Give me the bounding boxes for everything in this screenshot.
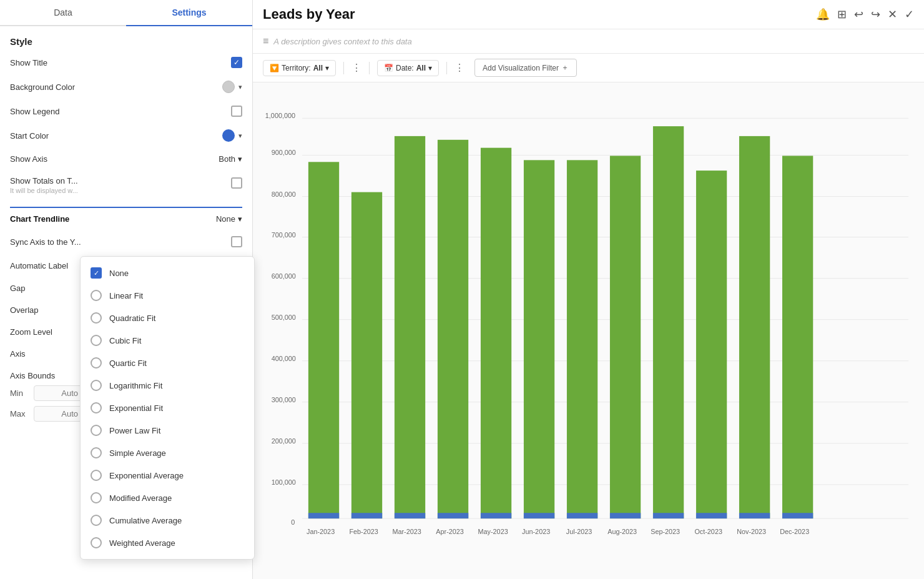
sync-axis-row: Sync Axis to the Y... [10, 236, 242, 247]
min-input[interactable] [34, 385, 84, 401]
trendline-option-logarithmic[interactable]: Logarithmic Fit [81, 374, 254, 397]
x-label-oct: Oct-2023 [694, 528, 722, 535]
bar-oct-blue [696, 513, 727, 518]
trendline-quadratic-label: Quadratic Fit [109, 314, 155, 323]
undo-icon[interactable]: ↩ [854, 7, 863, 21]
trendline-option-none[interactable]: None [81, 262, 254, 284]
trendline-option-weighted-avg[interactable]: Weighted Average [81, 532, 254, 554]
trendline-option-exp-avg[interactable]: Exponential Average [81, 464, 254, 487]
bar-aug-green [610, 156, 641, 518]
bar-apr-blue [438, 513, 468, 518]
ellipsis-icon[interactable]: ⋮ [351, 62, 361, 74]
redo-icon[interactable]: ↪ [871, 7, 880, 21]
x-label-may: May-2023 [478, 528, 508, 535]
date-filter[interactable]: 📅 Date: All ▾ [377, 60, 439, 76]
x-label-jan: Jan-2023 [307, 528, 335, 535]
bar-jul-blue [567, 513, 597, 518]
bar-aug-blue [610, 513, 641, 518]
chart-panel: Leads by Year 🔔 ⊞ ↩ ↪ ✕ ✓ ≡ A descriptio… [253, 0, 924, 579]
bar-jun-green [524, 160, 554, 518]
chart-body: 0 100,000 200,000 300,000 400,000 500,00… [253, 82, 924, 579]
quadratic-radio [91, 312, 102, 324]
style-section-title: Style [10, 36, 242, 47]
x-label-feb: Feb-2023 [349, 528, 378, 535]
bar-dec-green [782, 156, 813, 518]
x-label-dec: Dec-2023 [780, 528, 809, 535]
show-legend-label: Show Legend [10, 107, 231, 116]
chevron-down-icon[interactable]: ▾ [238, 83, 242, 91]
territory-label: Territory: [282, 64, 311, 72]
chevron-down-icon[interactable]: ▾ [238, 132, 242, 140]
tab-data[interactable]: Data [0, 0, 126, 25]
start-color-picker[interactable]: ▾ [222, 129, 242, 142]
show-totals-title: Show Totals on T... [10, 176, 231, 186]
bar-may-blue [481, 513, 511, 518]
y-label-600k: 600,000 [272, 272, 296, 280]
sync-axis-checkbox[interactable] [231, 236, 242, 247]
trendline-option-exponential[interactable]: Exponential Fit [81, 397, 254, 419]
bar-nov-blue [739, 513, 770, 518]
y-label-400k: 400,000 [272, 355, 296, 362]
show-title-checkbox[interactable] [231, 57, 242, 68]
color-swatch[interactable] [222, 81, 235, 93]
trendline-option-cubic[interactable]: Cubic Fit [81, 329, 254, 352]
grid-icon[interactable]: ⊞ [837, 7, 847, 21]
add-filter-button[interactable]: Add Visualization Filter ＋ [474, 59, 577, 77]
trendline-option-simple-avg[interactable]: Simple Average [81, 442, 254, 464]
trendline-option-quadratic[interactable]: Quadratic Fit [81, 307, 254, 329]
trendline-option-linear[interactable]: Linear Fit [81, 284, 254, 307]
chart-trendline-dropdown[interactable]: None ▾ [216, 214, 242, 224]
background-color-label: Background Color [10, 82, 222, 92]
y-label-300k: 300,000 [272, 396, 296, 403]
bar-jul-green [567, 160, 597, 518]
trendline-option-quartic[interactable]: Quartic Fit [81, 352, 254, 374]
linear-radio [91, 290, 102, 301]
start-color-swatch[interactable] [222, 129, 235, 142]
x-label-jul: Jul-2023 [566, 528, 592, 535]
bar-sep-blue [653, 513, 684, 518]
y-label-500k: 500,000 [272, 314, 296, 321]
territory-filter[interactable]: 🔽 Territory: All ▾ [263, 60, 336, 76]
filter-icon: 🔽 [270, 64, 279, 72]
bar-jun-blue [524, 513, 554, 518]
y-label-100k: 100,000 [272, 478, 296, 486]
chart-title: Leads by Year [263, 6, 355, 22]
alarm-icon[interactable]: 🔔 [816, 7, 830, 21]
filter-bar: 🔽 Territory: All ▾ ⋮ 📅 Date: All ▾ ⋮ Add… [253, 54, 924, 82]
date-label: Date: [396, 64, 414, 72]
tab-settings[interactable]: Settings [126, 0, 252, 25]
show-legend-checkbox[interactable] [231, 106, 242, 117]
show-title-label: Show Title [10, 58, 231, 67]
close-icon[interactable]: ✕ [888, 7, 897, 21]
background-color-row: Background Color ▾ [10, 81, 242, 93]
trendline-option-modified-avg[interactable]: Modified Average [81, 487, 254, 509]
trendline-option-cumulative-avg[interactable]: Cumulative Average [81, 509, 254, 532]
trendline-value: None [216, 214, 235, 224]
y-label-900k: 900,000 [272, 149, 296, 156]
show-axis-dropdown[interactable]: Both ▾ [219, 154, 242, 164]
bar-apr-green [438, 140, 468, 518]
show-title-row: Show Title [10, 57, 242, 68]
trendline-option-powerlaw[interactable]: Power Law Fit [81, 419, 254, 442]
chevron-down-icon: ▾ [238, 214, 242, 224]
check-icon[interactable]: ✓ [905, 7, 914, 21]
powerlaw-radio [91, 425, 102, 436]
trendline-exponential-label: Exponential Fit [109, 403, 163, 413]
modified-avg-radio [91, 492, 102, 503]
x-label-mar: Mar-2023 [392, 528, 421, 535]
x-label-apr: Apr-2023 [436, 528, 464, 535]
bar-feb-blue [351, 513, 382, 518]
start-color-row: Start Color ▾ [10, 129, 242, 142]
bar-dec-blue [782, 513, 813, 518]
show-totals-row: Show Totals on T... It will be displayed… [10, 176, 242, 194]
show-totals-checkbox[interactable] [231, 177, 242, 189]
chart-header: Leads by Year 🔔 ⊞ ↩ ↪ ✕ ✓ [253, 0, 924, 29]
trendline-cumulative-avg-label: Cumulative Average [109, 516, 182, 525]
max-input[interactable] [34, 406, 84, 422]
settings-panel: Data Settings Style Show Title Backgroun… [0, 0, 253, 579]
y-label-200k: 200,000 [272, 437, 296, 445]
cubic-radio [91, 335, 102, 346]
show-legend-row: Show Legend [10, 106, 242, 117]
background-color-picker[interactable]: ▾ [222, 81, 242, 93]
ellipsis-icon-2[interactable]: ⋮ [455, 62, 464, 74]
